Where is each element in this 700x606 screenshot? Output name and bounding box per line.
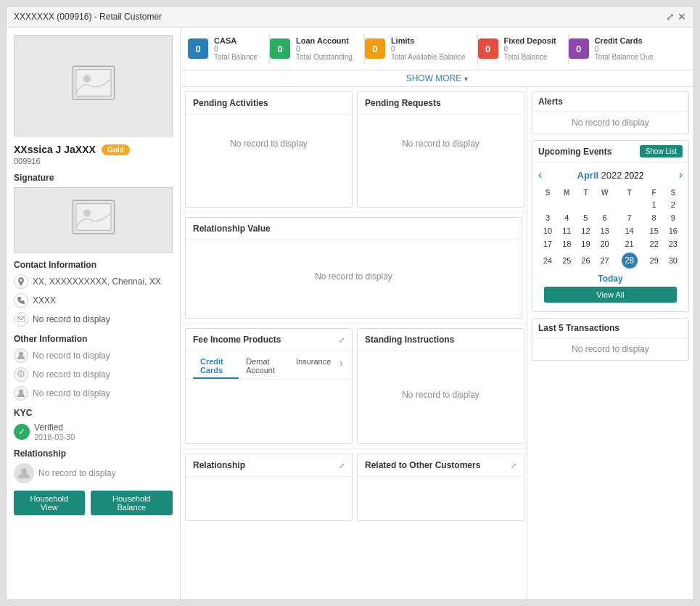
calendar-next-button[interactable]: ›: [679, 168, 683, 181]
signature-label: Signature: [14, 173, 173, 183]
calendar-day[interactable]: 9: [664, 211, 683, 224]
contact-address: XX, XXXXXXXXXX, Chennai, XX: [33, 277, 161, 287]
account-cc[interactable]: 0 Credit Cards 0 Total Balance Due: [569, 33, 665, 64]
calendar-day[interactable]: 20: [596, 237, 614, 250]
loan-amount: 0: [296, 45, 353, 53]
tab-credit-cards[interactable]: Credit Cards: [193, 354, 239, 379]
limits-info: Limits 0 Total Available Balance: [391, 36, 466, 61]
calendar-day[interactable]: 13: [596, 224, 614, 237]
location-icon: [14, 274, 28, 289]
fee-income-expand-icon[interactable]: ⤢: [339, 336, 345, 344]
bottom-panel-related-expand-icon[interactable]: ⤢: [511, 462, 516, 470]
contact-phone: XXXX: [33, 295, 56, 306]
alerts-no-record: No record to display: [572, 118, 649, 128]
row-3: Fee Income Products ⤢ Credit Cards Demat…: [181, 324, 527, 449]
standing-instructions-panel: Standing Instructions No record to displ…: [357, 328, 524, 444]
calendar-day[interactable]: 21: [614, 237, 645, 250]
window-controls: ⤢ ✕: [666, 11, 686, 22]
bottom-panel-rel-expand-icon[interactable]: ⤢: [339, 462, 345, 470]
fee-income-panel: Fee Income Products ⤢ Credit Cards Demat…: [185, 328, 353, 444]
other-item-3-text: No record to display: [33, 388, 110, 398]
svg-point-11: [21, 468, 27, 474]
calendar-day[interactable]: 5: [576, 211, 595, 224]
standing-instructions-no-record: No record to display: [402, 390, 479, 400]
standing-instructions-body: No record to display: [358, 351, 524, 438]
other-icon-3: [14, 386, 28, 401]
calendar-day[interactable]: 4: [557, 211, 576, 224]
limits-amount: 0: [391, 45, 466, 53]
contact-phone-item: XXXX: [14, 293, 173, 308]
calendar-day[interactable]: 11: [557, 224, 576, 237]
signature-box: [14, 187, 173, 253]
calendar-day[interactable]: 24: [538, 250, 557, 271]
day-header-f: F: [645, 187, 664, 198]
bottom-panel-rel-body: [186, 477, 352, 520]
fd-info: Fixed Deposit 0 Total Balance: [504, 36, 556, 61]
calendar-day[interactable]: 18: [557, 237, 576, 250]
customer-id: 009916: [14, 157, 173, 165]
kyc-check-icon: ✓: [14, 424, 30, 440]
bottom-panel-related-body: [358, 477, 524, 520]
calendar-day[interactable]: 27: [596, 250, 614, 271]
calendar-day[interactable]: 17: [538, 237, 557, 250]
email-icon: [14, 312, 28, 327]
calendar-year: 2022: [601, 170, 622, 181]
alerts-body: No record to display: [532, 112, 688, 134]
calendar: ‹ April 2022 2022 ›: [532, 163, 688, 311]
calendar-day[interactable]: 6: [596, 211, 614, 224]
calendar-day[interactable]: 28: [614, 250, 645, 271]
relationship-item: No record to display: [14, 463, 173, 483]
calendar-prev-button[interactable]: ‹: [538, 168, 542, 181]
calendar-day[interactable]: 8: [645, 211, 664, 224]
window-title: XXXXXXX (009916) - Retail Customer: [14, 12, 162, 22]
show-list-button[interactable]: Show List: [640, 145, 683, 157]
calendar-day[interactable]: 25: [557, 250, 576, 271]
calendar-day[interactable]: 23: [664, 237, 683, 250]
bottom-panel-rel-header: Relationship ⤢: [186, 454, 352, 477]
last5-transactions-section: Last 5 Transactions No record to display: [532, 318, 689, 361]
fd-badge: 0: [478, 38, 498, 59]
fee-income-title: Fee Income Products: [193, 335, 281, 345]
close-button[interactable]: ✕: [678, 11, 686, 22]
day-header-s1: S: [538, 187, 557, 198]
calendar-day: [538, 198, 557, 211]
calendar-day[interactable]: 15: [645, 224, 664, 237]
tab-next-icon[interactable]: ›: [338, 354, 345, 379]
row-2: Relationship Value No record to display: [181, 213, 527, 324]
pending-activities-no-record: No record to display: [230, 139, 308, 149]
calendar-day[interactable]: 12: [576, 224, 595, 237]
account-loan[interactable]: 0 Loan Account 0 Total Outstanding: [270, 33, 365, 64]
view-all-button[interactable]: View All: [544, 287, 677, 303]
cc-amount: 0: [595, 45, 654, 53]
account-casa[interactable]: 0 CASA 0 Total Balance: [188, 33, 270, 64]
tab-insurance[interactable]: Insurance: [289, 354, 338, 379]
expand-button[interactable]: ⤢: [666, 11, 675, 22]
bottom-panel-related: Related to Other Customers ⤢: [357, 454, 524, 521]
calendar-day[interactable]: 26: [576, 250, 595, 271]
pending-requests-no-record: No record to display: [402, 139, 479, 149]
cc-badge: 0: [569, 38, 589, 59]
show-more[interactable]: SHOW MORE ▾: [181, 70, 693, 87]
fd-amount: 0: [504, 45, 556, 53]
calendar-day[interactable]: 16: [664, 224, 683, 237]
tab-demat-account[interactable]: Demat Account: [239, 354, 289, 379]
fee-income-body: [186, 380, 352, 438]
calendar-day[interactable]: 10: [538, 224, 557, 237]
last5-body: No record to display: [532, 338, 688, 360]
calendar-day[interactable]: 1: [645, 198, 664, 211]
profile-photo: [14, 35, 173, 136]
calendar-day[interactable]: 29: [645, 250, 664, 271]
calendar-day[interactable]: 19: [576, 237, 595, 250]
calendar-day[interactable]: 7: [614, 211, 645, 224]
svg-text:i: i: [20, 370, 22, 379]
account-fd[interactable]: 0 Fixed Deposit 0 Total Balance: [478, 33, 569, 64]
calendar-day[interactable]: 30: [664, 250, 683, 271]
account-limits[interactable]: 0 Limits 0 Total Available Balance: [365, 33, 478, 64]
household-balance-button[interactable]: Household Balance: [91, 491, 173, 515]
calendar-day[interactable]: 22: [645, 237, 664, 250]
calendar-day[interactable]: 2: [664, 198, 683, 211]
calendar-day[interactable]: 3: [538, 211, 557, 224]
contact-section-title: Contact Information: [14, 260, 173, 270]
household-view-button[interactable]: Household View: [14, 491, 85, 515]
calendar-day[interactable]: 14: [614, 224, 645, 237]
